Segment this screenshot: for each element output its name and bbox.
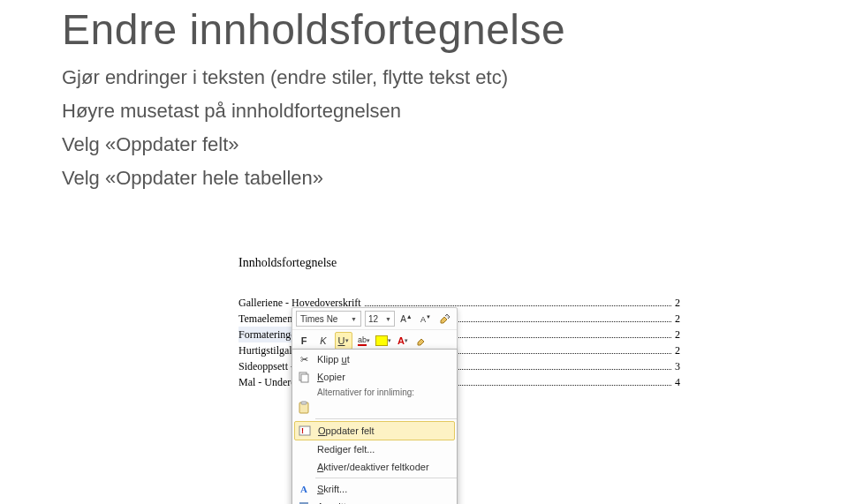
toc-row-page: 3 xyxy=(675,358,680,374)
shrink-font-button[interactable]: A▼ xyxy=(418,311,434,327)
body-line-4: Velg «Oppdater hele tabellen» xyxy=(62,163,786,193)
toc-row-page: 4 xyxy=(675,374,680,390)
copy-icon xyxy=(296,370,312,384)
menu-paragraph[interactable]: Avsnitt... xyxy=(292,498,457,504)
menu-separator xyxy=(315,418,457,419)
bold-button[interactable]: F xyxy=(296,333,312,349)
text-highlight-color-button[interactable]: ▾ xyxy=(375,333,391,349)
blank-icon xyxy=(296,460,312,474)
menu-toggle-field-codes[interactable]: Aktiver/deaktiver feltkoder xyxy=(292,458,457,476)
format-painter-button[interactable] xyxy=(437,311,453,327)
menu-copy[interactable]: Kopier xyxy=(292,368,457,386)
mini-format-toolbar: Times Ne ▼ 12 ▼ A▲ A▼ F K U▾ ab▾ ▾ A▾ xyxy=(292,307,458,352)
highlight-swatch-icon xyxy=(375,335,388,346)
italic-button[interactable]: K xyxy=(315,333,331,349)
font-icon: A xyxy=(296,482,312,496)
chevron-down-icon: ▼ xyxy=(385,316,391,322)
font-size-value: 12 xyxy=(368,314,378,324)
paragraph-icon xyxy=(296,500,312,504)
toc-leader-dots xyxy=(365,305,671,306)
toc-row-page: 2 xyxy=(675,311,680,327)
toc-row-page: 2 xyxy=(675,342,680,358)
context-menu: ✂ Klipp ut Kopier Alternativer for innli… xyxy=(292,349,458,504)
slide-title: Endre innholdsfortegnelse xyxy=(62,5,786,54)
body-line-1: Gjør endringer i teksten (endre stiler, … xyxy=(62,63,786,93)
svg-rect-1 xyxy=(301,374,308,382)
underline-button[interactable]: U▾ xyxy=(335,332,352,350)
menu-font[interactable]: A Skrift... xyxy=(292,480,457,498)
slide: Endre innholdsfortegnelse Gjør endringer… xyxy=(0,0,848,193)
menu-paste-option[interactable] xyxy=(292,399,457,417)
svg-rect-3 xyxy=(301,402,307,404)
font-name-value: Times Ne xyxy=(300,314,337,324)
menu-cut[interactable]: ✂ Klipp ut xyxy=(292,350,457,368)
paintbrush-icon xyxy=(439,312,451,325)
update-field-icon: ! xyxy=(297,424,313,438)
chevron-down-icon: ▾ xyxy=(345,337,349,344)
menu-separator xyxy=(315,478,457,478)
scissors-icon: ✂ xyxy=(296,352,312,366)
menu-edit-field[interactable]: Rediger felt... xyxy=(292,440,457,458)
clipboard-icon xyxy=(296,401,312,415)
menu-update-field[interactable]: ! Oppdater felt xyxy=(294,421,455,440)
font-color-icon: A xyxy=(398,335,405,346)
font-size-dropdown[interactable]: 12 ▼ xyxy=(365,311,395,327)
svg-text:!: ! xyxy=(301,426,304,435)
blank-icon xyxy=(296,442,312,456)
toc-row-page: 2 xyxy=(675,295,680,311)
toc-row-page: 2 xyxy=(675,327,680,342)
paintbrush-icon xyxy=(416,335,428,347)
more-button[interactable] xyxy=(414,333,430,349)
chevron-down-icon: ▾ xyxy=(388,337,391,344)
body-line-2: Høyre musetast på innholdfortegnelsen xyxy=(62,96,786,126)
font-color-button[interactable]: A▾ xyxy=(395,333,411,349)
grow-font-button[interactable]: A▲ xyxy=(398,311,414,327)
chevron-down-icon: ▾ xyxy=(405,337,408,344)
highlight-button[interactable]: ab▾ xyxy=(356,333,372,349)
body-line-3: Velg «Oppdater felt» xyxy=(62,130,786,160)
slide-body: Gjør endringer i teksten (endre stiler, … xyxy=(62,63,786,193)
chevron-down-icon: ▾ xyxy=(367,337,370,344)
toc-heading: Innholdsfortegnelse xyxy=(238,256,680,270)
chevron-down-icon: ▼ xyxy=(351,316,357,322)
paste-options-label: Alternativer for innliming: xyxy=(292,386,457,399)
font-name-dropdown[interactable]: Times Ne ▼ xyxy=(296,311,361,327)
